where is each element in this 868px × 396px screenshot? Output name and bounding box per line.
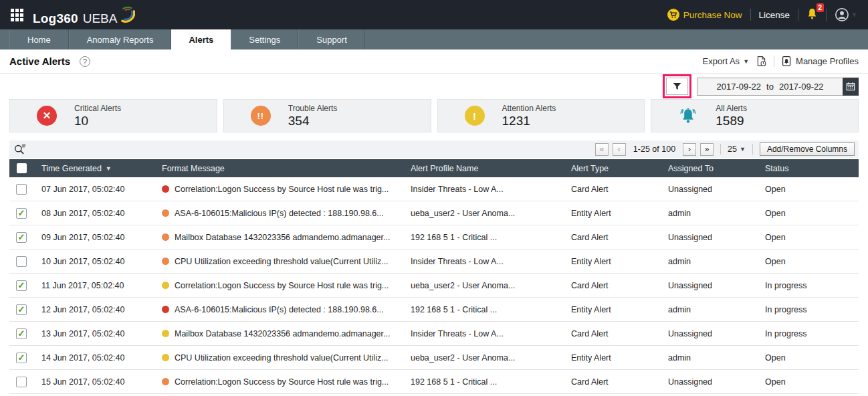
critical-alerts-card[interactable]: ✕ Critical Alerts 10 (9, 99, 217, 132)
format-message-cell[interactable]: CPU Utilization exceeding threshold valu… (175, 353, 389, 363)
column-format-message[interactable]: Format Message (162, 164, 411, 173)
search-columns-icon[interactable] (13, 143, 26, 155)
tab-support[interactable]: Support (298, 29, 365, 50)
license-link[interactable]: License (759, 10, 790, 20)
row-checkbox[interactable]: ✓ (16, 328, 27, 339)
column-assigned-to[interactable]: Assigned To (668, 164, 765, 173)
table-row: 10 Jun 2017, 05:02:40CPU Utilization exc… (9, 250, 859, 274)
tab-anomaly-reports[interactable]: Anomaly Reports (69, 29, 172, 50)
topbar-separator (798, 9, 798, 21)
alert-type-cell: Entity Alert (571, 257, 668, 266)
severity-dot-icon (162, 306, 169, 313)
row-checkbox[interactable]: ✓ (16, 232, 27, 243)
format-message-cell[interactable]: Mailbox Database 1432023356 admandemo.ad… (175, 329, 390, 338)
notification-count-badge: 2 (817, 3, 825, 12)
app-launcher-icon[interactable] (11, 9, 23, 21)
main-nav: Home Anomaly Reports Alerts Settings Sup… (0, 29, 868, 50)
calendar-icon (846, 82, 855, 91)
row-checkbox[interactable] (16, 256, 27, 267)
filter-row: 2017-09-22 to 2017-09-22 (0, 74, 868, 99)
row-checkbox[interactable]: ✓ (16, 280, 27, 291)
calendar-button[interactable] (843, 78, 859, 96)
export-as-button[interactable]: Export As ▼ (702, 56, 749, 66)
format-message-cell[interactable]: ASA-6-106015:Malicious IP(s) detected : … (175, 305, 384, 314)
purchase-now-label: Purchase Now (683, 10, 742, 20)
add-remove-columns-button[interactable]: Add/Remove Columns (760, 142, 855, 156)
status-cell: In progress (765, 305, 859, 314)
alert-profile-name-cell: 192 168 5 1 - Critical ... (411, 233, 571, 242)
last-page-button[interactable]: » (700, 143, 714, 156)
row-checkbox[interactable]: ✓ (16, 353, 27, 363)
chevron-down-icon: ▼ (851, 11, 857, 18)
cart-icon (667, 8, 680, 21)
column-time-generated[interactable]: Time Generated ▼ (41, 164, 162, 173)
first-page-button[interactable]: « (595, 143, 609, 156)
alert-profile-name-cell: ueba_user2 - User Anoma... (411, 281, 571, 290)
top-bar: Log360 UEBA Purchase Now License (0, 0, 868, 29)
assigned-to-cell: Unassigned (668, 281, 765, 290)
column-alert-profile-name[interactable]: Alert Profile Name (411, 164, 571, 173)
assigned-to-cell: admin (668, 353, 765, 363)
sort-descending-icon: ▼ (106, 165, 112, 172)
assigned-to-cell: Unassigned (668, 377, 765, 387)
alert-profile-name-cell: Insider Threats - Low A... (411, 257, 571, 266)
alert-type-cell: Card Alert (571, 185, 668, 194)
filter-button[interactable] (666, 78, 688, 95)
notifications-button[interactable]: 2 (806, 7, 818, 22)
date-from: 2017-09-22 (717, 82, 762, 92)
format-message-cell[interactable]: Correlation:Logon Success by Source Host… (175, 281, 389, 290)
page-size-select[interactable]: 25 ▼ (728, 144, 746, 154)
page-header: Active Alerts ? Export As ▼ Manage Profi… (0, 50, 868, 74)
row-checkbox[interactable] (16, 377, 27, 387)
filter-funnel-icon (672, 82, 682, 91)
topbar-separator (826, 9, 827, 21)
prev-page-button[interactable]: ‹ (613, 143, 626, 156)
format-message-cell[interactable]: ASA-6-106015:Malicious IP(s) detected : … (175, 209, 384, 218)
manage-profiles-button[interactable]: Manage Profiles (781, 56, 859, 67)
severity-dot-icon (162, 330, 169, 337)
tab-alerts[interactable]: Alerts (171, 29, 231, 50)
column-status[interactable]: Status (765, 164, 859, 173)
row-checkbox[interactable] (16, 184, 27, 195)
status-cell: Open (765, 209, 859, 218)
select-all-checkbox[interactable] (17, 163, 27, 173)
help-icon[interactable]: ? (80, 56, 90, 67)
format-message-cell[interactable]: CPU Utilization exceeding threshold valu… (175, 257, 389, 266)
table-row: ✓14 Jun 2017, 05:02:40CPU Utilization ex… (9, 346, 859, 370)
alert-type-cell: Card Alert (571, 281, 668, 290)
schedule-export-icon[interactable] (756, 56, 767, 67)
user-menu-button[interactable]: ▼ (835, 7, 857, 22)
tab-home[interactable]: Home (9, 29, 69, 50)
table-row: 15 Jun 2017, 05:02:40Correlation:Logon S… (9, 370, 859, 394)
row-checkbox[interactable]: ✓ (16, 208, 27, 219)
date-range-field[interactable]: 2017-09-22 to 2017-09-22 (697, 78, 843, 96)
all-alerts-card[interactable]: All Alerts 1589 (651, 99, 859, 132)
attention-alerts-card[interactable]: ! Attention Alerts 1231 (437, 99, 645, 132)
alert-profile-name-cell: 192 168 5 1 - Critical ... (411, 377, 571, 387)
column-alert-type[interactable]: Alert Type (571, 164, 668, 173)
assigned-to-cell: Unassigned (668, 185, 765, 194)
trouble-alerts-card[interactable]: !! Trouble Alerts 354 (223, 99, 431, 132)
assigned-to-cell: Unassigned (668, 233, 765, 242)
toolbar-separator (752, 144, 753, 155)
severity-dot-icon (162, 282, 169, 289)
time-generated-cell: 13 Jun 2017, 05:02:40 (41, 329, 162, 338)
tab-settings[interactable]: Settings (231, 29, 298, 50)
status-cell: Open (765, 377, 859, 387)
chevron-down-icon: ▼ (740, 146, 746, 153)
card-value: 1231 (502, 114, 556, 128)
table-row: ✓13 Jun 2017, 05:02:40Mailbox Database 1… (9, 322, 859, 346)
card-label: Critical Alerts (74, 104, 121, 113)
brand-suffix: UEBA (83, 11, 118, 26)
header-separator (774, 56, 774, 67)
format-message-cell[interactable]: Correlation:Logon Success by Source Host… (175, 377, 389, 387)
critical-x-icon: ✕ (37, 106, 57, 126)
next-page-button[interactable]: › (683, 143, 696, 156)
format-message-cell[interactable]: Correlation:Logon Success by Source Host… (175, 185, 389, 194)
time-generated-cell: 12 Jun 2017, 05:02:40 (41, 305, 162, 314)
purchase-now-link[interactable]: Purchase Now (667, 8, 742, 21)
row-checkbox[interactable]: ✓ (16, 304, 27, 315)
time-generated-cell: 10 Jun 2017, 05:02:40 (41, 257, 162, 266)
format-message-cell[interactable]: Mailbox Database 1432023356 admandemo.ad… (175, 233, 390, 242)
severity-dot-icon (162, 185, 169, 193)
